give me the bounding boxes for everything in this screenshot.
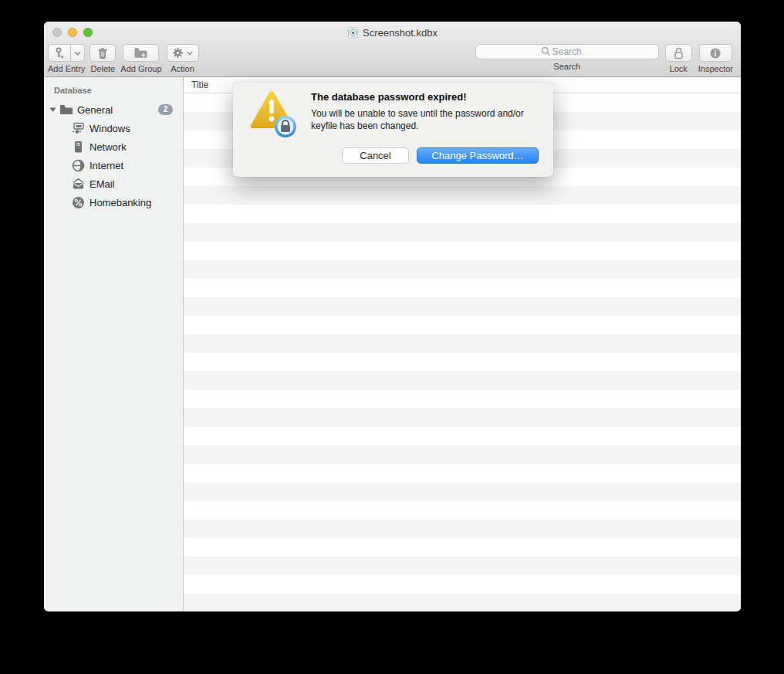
window-header: Screenshot.kdbx — [44, 22, 741, 77]
add-entry-group: Add Entry — [48, 44, 85, 73]
sidebar-item-homebanking[interactable]: Homebanking — [44, 193, 183, 212]
sidebar-item-internet[interactable]: Internet — [44, 156, 183, 174]
chevron-down-icon — [71, 44, 85, 62]
sidebar-item-label: EMail — [90, 178, 115, 190]
inspector-button[interactable] — [699, 44, 732, 62]
windows-icon — [72, 122, 85, 135]
sidebar-item-windows[interactable]: Windows — [44, 119, 183, 137]
sidebar-item-label: Windows — [90, 123, 130, 134]
add-group-label: Add Group — [120, 64, 161, 73]
add-group-button[interactable] — [123, 44, 159, 62]
dialog-message: You will be unable to save until the pas… — [311, 108, 550, 132]
zoom-button[interactable] — [83, 28, 93, 37]
delete-label: Delete — [90, 64, 115, 73]
toolbar: Add Entry Delete — [44, 43, 741, 77]
folder-plus-icon — [133, 47, 148, 59]
sidebar-item-label: Network — [90, 141, 127, 153]
info-icon — [709, 47, 721, 59]
delete-group: Delete — [90, 44, 116, 73]
disclosure-triangle-icon[interactable] — [49, 107, 57, 113]
add-entry-label: Add Entry — [48, 64, 85, 73]
minimize-button[interactable] — [68, 28, 77, 37]
sidebar-item-label: Homebanking — [90, 197, 151, 208]
trash-icon — [97, 47, 108, 59]
lock-group: Lock — [665, 44, 692, 73]
internet-icon — [72, 159, 85, 172]
sidebar-section-header: Database — [44, 83, 183, 97]
inspector-group: Inspector — [698, 44, 733, 73]
window-title-area: Screenshot.kdbx — [347, 27, 438, 39]
titlebar: Screenshot.kdbx — [44, 22, 741, 43]
homebanking-icon — [72, 196, 85, 209]
entry-count-badge: 2 — [158, 104, 173, 115]
change-password-button[interactable]: Change Password… — [417, 147, 539, 164]
gear-icon — [172, 47, 184, 59]
action-button[interactable] — [167, 44, 199, 62]
app-window: Screenshot.kdbx — [44, 22, 741, 611]
toolbar-right: Search Lock — [475, 44, 733, 73]
network-icon — [72, 141, 85, 154]
chevron-down-icon — [187, 51, 193, 56]
add-entry-button[interactable] — [48, 44, 85, 62]
traffic-lights — [52, 28, 93, 37]
sidebar-item-label: Internet — [90, 160, 123, 171]
action-label: Action — [171, 64, 194, 73]
password-expired-dialog: The database password expired! You will … — [233, 83, 553, 177]
search-input[interactable] — [475, 44, 659, 59]
delete-button[interactable] — [90, 44, 116, 62]
cancel-button[interactable]: Cancel — [342, 147, 409, 164]
search-label: Search — [553, 62, 580, 71]
document-icon — [347, 27, 359, 39]
dialog-title: The database password expired! — [311, 91, 467, 103]
window-title: Screenshot.kdbx — [363, 27, 438, 39]
folder-icon — [59, 103, 73, 117]
key-plus-icon — [48, 44, 71, 62]
warning-lock-icon — [246, 90, 303, 142]
sidebar-item-label: General — [77, 104, 113, 116]
action-group: Action — [167, 44, 199, 73]
inspector-label: Inspector — [698, 64, 733, 73]
sidebar: Database General 2 — [44, 77, 184, 611]
email-icon — [72, 178, 85, 191]
add-group-group: Add Group — [120, 44, 161, 73]
lock-button[interactable] — [665, 44, 692, 62]
column-header-label: Title — [191, 80, 208, 90]
lock-label: Lock — [670, 64, 688, 73]
sidebar-item-email[interactable]: EMail — [44, 174, 183, 193]
search-group: Search — [475, 44, 659, 71]
unlock-icon — [673, 47, 684, 59]
close-button[interactable] — [52, 28, 62, 37]
sidebar-item-general[interactable]: General 2 — [44, 100, 183, 119]
sidebar-item-network[interactable]: Network — [44, 137, 183, 156]
